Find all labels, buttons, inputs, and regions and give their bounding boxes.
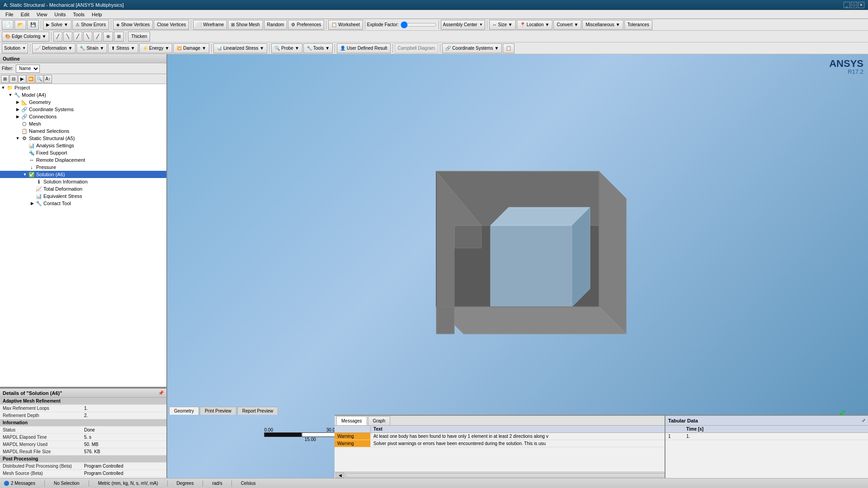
- tree-item-mesh[interactable]: ⬡ Mesh: [0, 120, 166, 127]
- outline-btn-1[interactable]: ⊞: [1, 75, 9, 83]
- tree-item-analysis[interactable]: 📊 Analysis Settings: [0, 142, 166, 149]
- tools-button[interactable]: 🔧 Tools ▼: [303, 43, 333, 53]
- sep7: [487, 20, 487, 29]
- outline-btn-4[interactable]: ⏩: [27, 75, 35, 83]
- details-collapse-button[interactable]: 📌: [158, 390, 164, 395]
- menu-edit[interactable]: Edit: [17, 11, 33, 18]
- detail-row-distributed: Distributed Post Processing (Beta) Progr…: [0, 463, 166, 470]
- tab-geometry[interactable]: Geometry: [169, 407, 199, 415]
- tree-item-project[interactable]: ▼ 📁 Project: [0, 84, 166, 91]
- edge-coloring-button[interactable]: 🎨 Edge Coloring ▼: [2, 32, 49, 42]
- tabular-time-1: 1.: [684, 433, 868, 440]
- random-button[interactable]: Random: [264, 20, 288, 30]
- line-tool-6[interactable]: ⊕: [103, 32, 113, 42]
- probe-button[interactable]: 🔍 Probe ▼: [271, 43, 302, 53]
- tree-item-connections[interactable]: ▶ 🔗 Connections: [0, 113, 166, 120]
- solution-dropdown[interactable]: Solution ▼: [2, 43, 28, 53]
- save-button[interactable]: 💾: [27, 20, 39, 30]
- line-tool-2[interactable]: ╲: [63, 32, 72, 42]
- minimize-button[interactable]: _: [844, 2, 850, 8]
- assembly-center-dropdown[interactable]: Assembly Center ▼: [441, 20, 485, 30]
- close-button[interactable]: ✕: [858, 2, 864, 8]
- stress-button[interactable]: ⬆ Stress ▼: [108, 43, 138, 53]
- line-tool-1[interactable]: ╱: [53, 32, 62, 42]
- miscellaneous-button[interactable]: Miscellaneous ▼: [582, 20, 623, 30]
- preferences-button[interactable]: ⚙ Preferences: [288, 20, 324, 30]
- show-errors-button[interactable]: ⚠ Show Errors: [72, 20, 109, 30]
- wireframe-button[interactable]: ⬜ Wireframe: [193, 20, 227, 30]
- open-button[interactable]: 📂: [14, 20, 26, 30]
- menu-help[interactable]: Help: [88, 11, 106, 18]
- explode-slider[interactable]: [401, 21, 437, 28]
- tree-item-solinfo[interactable]: ℹ Solution Information: [0, 178, 166, 185]
- col-type: [335, 426, 371, 433]
- menu-file[interactable]: File: [2, 11, 17, 18]
- campbell-diagram-button[interactable]: Campbell Diagram: [395, 43, 439, 53]
- coordinate-systems-button[interactable]: 🔗 Coordinate Systems ▼: [442, 43, 502, 53]
- linearized-stress-button[interactable]: 📊 Linearized Stress ▼: [213, 43, 267, 53]
- status-messages: 🔵 2 Messages: [4, 481, 35, 486]
- sep15: [440, 44, 440, 53]
- maximize-button[interactable]: □: [851, 2, 857, 8]
- detail-row-memory-used: MAPDL Memory Used 50. MB: [0, 441, 166, 448]
- tabular-col-time: Time [s]: [684, 426, 868, 433]
- tree-item-model[interactable]: ▼ 🔧 Model (A4): [0, 91, 166, 99]
- solve-button[interactable]: ▶ Solve ▼: [43, 20, 71, 30]
- tree-item-pressure[interactable]: ↓ Pressure: [0, 164, 166, 171]
- size-button[interactable]: ↔ Size ▼: [489, 20, 516, 30]
- tree-item-namedsel[interactable]: 📋 Named Selections: [0, 127, 166, 135]
- tabular-expand-button[interactable]: ⤢: [862, 418, 865, 423]
- deformation-button[interactable]: 📈 Deformation ▼: [32, 43, 75, 53]
- convert-button[interactable]: Convert ▼: [553, 20, 581, 30]
- tree-item-coordsys[interactable]: ▶ 🔗 Coordinate Systems: [0, 106, 166, 113]
- close-vertices-button[interactable]: Close Vertices: [154, 20, 189, 30]
- line-tool-3[interactable]: ╱: [73, 32, 82, 42]
- tree-item-fixedsup[interactable]: 🔩 Fixed Support: [0, 149, 166, 156]
- worksheet-button[interactable]: 📋 Worksheet: [328, 20, 363, 30]
- col-text: Text: [371, 426, 670, 433]
- tree-item-static[interactable]: ▼ ⚙ Static Structural (A5): [0, 135, 166, 142]
- tree-item-solution[interactable]: ▼ ✅ Solution (A6): [0, 171, 166, 178]
- scroll-left[interactable]: ◀: [335, 473, 344, 478]
- menu-units[interactable]: Units: [51, 11, 69, 18]
- tolerances-button[interactable]: Tolerances: [624, 20, 652, 30]
- strain-button[interactable]: 🔧 Strain ▼: [76, 43, 107, 53]
- title-text: A: Static Structural - Mechanical [ANSYS…: [4, 2, 124, 8]
- tree-item-geometry[interactable]: ▶ 📐 Geometry: [0, 99, 166, 106]
- filter-select[interactable]: Name: [16, 65, 40, 73]
- damage-button[interactable]: 💥 Damage ▼: [173, 43, 209, 53]
- window-controls[interactable]: _ □ ✕: [844, 2, 864, 8]
- show-mesh-button[interactable]: ⊞ Show Mesh: [228, 20, 263, 30]
- viewport[interactable]: ANSYS R17.2: [167, 54, 868, 478]
- tab-print-preview[interactable]: Print Preview: [200, 407, 236, 415]
- tree-item-contacttool[interactable]: ▶ 🔧 Contact Tool: [0, 200, 166, 207]
- energy-button[interactable]: ⚡ Energy ▼: [139, 43, 173, 53]
- location-button[interactable]: 📍 Location ▼: [517, 20, 553, 30]
- line-tool-5[interactable]: ╱: [93, 32, 102, 42]
- line-tool-7[interactable]: ⊠: [114, 32, 124, 42]
- extra-tool-button[interactable]: 📋: [503, 43, 514, 53]
- tab-report-preview[interactable]: Report Preview: [237, 407, 278, 415]
- outline-btn-2[interactable]: ⊟: [9, 75, 18, 83]
- outline-btn-3[interactable]: ▶: [18, 75, 26, 83]
- msg-text-1: At least one body has been found to have…: [371, 433, 670, 440]
- user-defined-result-button[interactable]: 👤 User Defined Result: [337, 43, 390, 53]
- thicken-button[interactable]: Thicken: [128, 32, 150, 42]
- line-tool-4[interactable]: ╲: [83, 32, 92, 42]
- toolbar-result: Solution ▼ 📈 Deformation ▼ 🔧 Strain ▼ ⬆ …: [0, 42, 868, 54]
- menu-tools[interactable]: Tools: [69, 11, 88, 18]
- section-post-processing: Post Processing: [0, 455, 166, 463]
- tree-item-totaldeform[interactable]: 📈 Total Deformation: [0, 185, 166, 192]
- outline-btn-5[interactable]: 🔍: [35, 75, 43, 83]
- tree-item-remotedisp[interactable]: ↔ Remote Displacement: [0, 156, 166, 164]
- sep13: [335, 44, 335, 53]
- menu-view[interactable]: View: [33, 11, 51, 18]
- sep4: [326, 20, 326, 29]
- outline-btn-6[interactable]: A↑: [44, 75, 52, 83]
- tree-item-equivstress[interactable]: 📊 Equivalent Stress: [0, 192, 166, 200]
- show-vertices-button[interactable]: ◈ Show Vertices: [113, 20, 153, 30]
- tab-graph[interactable]: Graph: [368, 416, 391, 425]
- tabular-row-1: 1 1.: [665, 433, 868, 440]
- tab-messages[interactable]: Messages: [336, 416, 367, 425]
- new-button[interactable]: 📄: [2, 20, 14, 30]
